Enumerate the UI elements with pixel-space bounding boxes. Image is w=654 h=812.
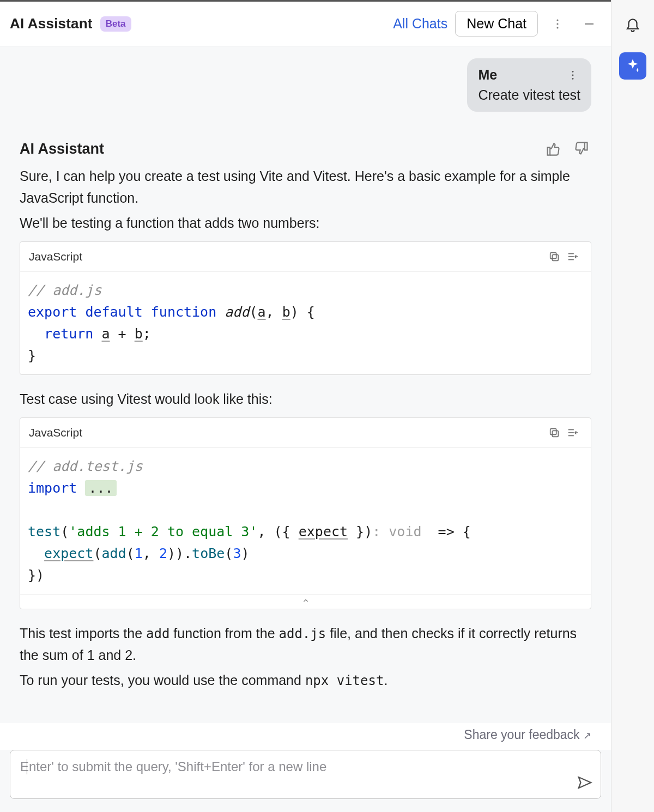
code-content[interactable]: // add.test.js import ... test('adds 1 +… xyxy=(20,448,591,594)
user-name: Me xyxy=(478,67,497,83)
user-message-text: Create vitest test xyxy=(478,87,580,103)
assistant-paragraph: We'll be testing a function that adds tw… xyxy=(20,212,591,234)
svg-point-4 xyxy=(572,71,574,72)
assistant-paragraph: Sure, I can help you create a test using… xyxy=(20,165,591,209)
inline-code: add xyxy=(146,626,169,641)
thumbs-down-icon[interactable] xyxy=(572,139,591,159)
send-icon[interactable] xyxy=(577,774,593,793)
text-caret xyxy=(27,759,27,774)
chat-input[interactable] xyxy=(10,750,601,799)
inline-code: add.js xyxy=(279,626,326,641)
external-link-icon: ↗ xyxy=(583,730,591,741)
beta-badge: Beta xyxy=(100,16,131,32)
assistant-paragraph: This test imports the add function from … xyxy=(20,622,591,666)
code-language-label: JavaScript xyxy=(29,250,82,263)
insert-code-icon[interactable] xyxy=(564,247,582,266)
svg-rect-8 xyxy=(550,253,556,259)
svg-point-6 xyxy=(572,77,574,79)
assistant-name: AI Assistant xyxy=(20,141,104,157)
collapse-toggle-icon[interactable] xyxy=(20,594,591,609)
code-language-label: JavaScript xyxy=(29,426,82,439)
ai-assistant-tool-icon[interactable] xyxy=(619,52,646,80)
fold-indicator[interactable]: ... xyxy=(85,480,116,496)
insert-code-icon[interactable] xyxy=(564,423,582,442)
copy-code-icon[interactable] xyxy=(545,247,564,266)
inline-code: npx vitest xyxy=(305,673,384,688)
feedback-link[interactable]: Share your feedback ↗ xyxy=(0,723,611,750)
all-chats-link[interactable]: All Chats xyxy=(393,16,447,32)
svg-point-0 xyxy=(556,19,558,21)
code-block: JavaScript // add.test.js import ... tes… xyxy=(20,417,591,609)
assistant-paragraph: Test case using Vitest would look like t… xyxy=(20,388,591,410)
thumbs-up-icon[interactable] xyxy=(543,139,563,159)
new-chat-button[interactable]: New Chat xyxy=(455,11,538,37)
code-content[interactable]: // add.js export default function add(a,… xyxy=(20,272,591,374)
message-more-options-icon[interactable] xyxy=(565,68,580,83)
chat-body: Me Create vitest test AI Assistant xyxy=(0,46,611,723)
more-options-icon[interactable] xyxy=(546,12,570,36)
svg-point-1 xyxy=(556,23,558,25)
panel-title: AI Assistant xyxy=(10,15,93,32)
svg-point-5 xyxy=(572,74,574,76)
minimize-icon[interactable] xyxy=(577,12,601,36)
panel-header: AI Assistant Beta All Chats New Chat xyxy=(0,2,611,46)
chat-textarea[interactable] xyxy=(19,758,592,791)
svg-rect-13 xyxy=(550,429,556,435)
svg-rect-7 xyxy=(552,254,558,260)
user-message-bubble: Me Create vitest test xyxy=(467,58,591,112)
assistant-message: AI Assistant Sure, I can help you create… xyxy=(20,139,591,692)
svg-point-2 xyxy=(556,27,558,28)
input-area xyxy=(0,750,611,812)
right-toolbar xyxy=(611,0,654,812)
copy-code-icon[interactable] xyxy=(545,423,564,442)
notifications-icon[interactable] xyxy=(621,12,645,36)
svg-rect-12 xyxy=(552,431,558,437)
assistant-panel: AI Assistant Beta All Chats New Chat Me … xyxy=(0,0,611,812)
code-block: JavaScript // add.js export default func… xyxy=(20,241,591,375)
assistant-paragraph: To run your tests, you would use the com… xyxy=(20,669,591,691)
